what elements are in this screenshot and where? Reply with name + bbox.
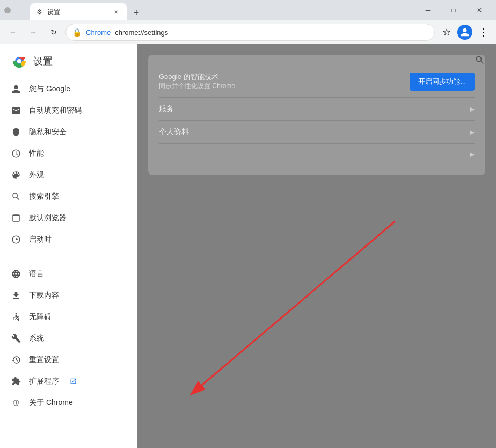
sync-text-line2: 同步并个性化设置 Chrome [159, 82, 410, 91]
titlebar-controls-left [4, 7, 26, 13]
sidebar-item-downloads[interactable]: 下载内容 [0, 285, 133, 306]
sync-description: Google 的智能技术 同步并个性化设置 Chrome [159, 72, 410, 91]
sidebar-item-search[interactable]: 搜索引擎 [0, 186, 133, 207]
svg-line-9 [202, 221, 395, 385]
svg-point-4 [16, 313, 17, 315]
sidebar-item-performance-label: 性能 [29, 149, 44, 158]
sidebar-header: 设置 [0, 44, 137, 76]
navbar-right: ☆ ⋮ [438, 24, 492, 41]
address-bar[interactable]: 🔒 Chrome chrome://settings [65, 24, 435, 41]
chrome-logo [11, 53, 28, 70]
sidebar-item-about-label: 关于 Chrome [29, 398, 73, 408]
navbar: ← → ↻ 🔒 Chrome chrome://settings ☆ ⋮ [0, 20, 496, 44]
sidebar-item-extensions-label: 扩展程序 [29, 377, 59, 386]
svg-point-6 [16, 401, 17, 402]
bookmark-button[interactable]: ☆ [438, 24, 455, 41]
sidebar-item-privacy-label: 隐私和安全 [29, 127, 67, 137]
sidebar-item-startup[interactable]: 启动时 [0, 229, 133, 250]
download-icon [11, 290, 21, 301]
main-layout: 设置 您与 Google 自动填充和密码 [0, 44, 496, 448]
close-button[interactable]: ✕ [467, 2, 492, 19]
sync-text-line1: Google 的智能技术 [159, 72, 410, 82]
address-bar-favicon: 🔒 [72, 28, 82, 37]
sidebar-item-performance[interactable]: 性能 [0, 143, 133, 164]
maximize-button[interactable]: □ [441, 2, 466, 19]
about-icon [11, 398, 21, 408]
sidebar: 设置 您与 Google 自动填充和密码 [0, 44, 137, 448]
back-button[interactable]: ← [4, 24, 21, 41]
sync-button[interactable]: 开启同步功能... [410, 73, 475, 91]
minimize-button[interactable]: ─ [415, 2, 440, 19]
tab-group: ⚙ 设置 ✕ + [30, 0, 144, 20]
sidebar-item-accessibility-label: 无障碍 [29, 312, 52, 322]
sidebar-item-privacy[interactable]: 隐私和安全 [0, 121, 133, 143]
profile-row[interactable]: 个人资料 ▶ [159, 121, 475, 144]
sidebar-item-google-label: 您与 Google [29, 84, 70, 94]
sidebar-item-reset-label: 重置设置 [29, 355, 59, 365]
performance-icon [11, 148, 21, 159]
accessibility-icon [11, 312, 21, 322]
sidebar-item-appearance-label: 外观 [29, 170, 44, 180]
sidebar-item-browser[interactable]: 默认浏览器 [0, 207, 133, 229]
new-tab-button[interactable]: + [129, 5, 144, 20]
window-controls: ─ □ ✕ [415, 2, 492, 19]
sync-row: Google 的智能技术 同步并个性化设置 Chrome 开启同步功能... [159, 66, 475, 98]
person-icon [11, 84, 21, 95]
shield-icon [11, 127, 21, 138]
external-link-icon [70, 378, 77, 386]
address-chrome-label: Chrome [86, 28, 111, 37]
sidebar-item-system-label: 系统 [29, 334, 44, 343]
profile-arrow: ▶ [470, 128, 475, 136]
extensions-icon [11, 376, 21, 387]
language-icon [11, 269, 21, 279]
refresh-button[interactable]: ↻ [45, 24, 62, 41]
sidebar-navigation: 您与 Google 自动填充和密码 隐私和安全 [0, 76, 137, 416]
services-row[interactable]: 服务 ▶ [159, 98, 475, 121]
titlebar: ⚙ 设置 ✕ + ─ □ ✕ [0, 0, 496, 20]
sidebar-item-startup-label: 启动时 [29, 235, 52, 244]
search-icon [11, 191, 21, 202]
sidebar-item-search-label: 搜索引擎 [29, 192, 59, 201]
svg-point-3 [17, 59, 21, 63]
sidebar-item-downloads-label: 下载内容 [29, 291, 59, 300]
traffic-light-1 [4, 7, 11, 13]
sidebar-item-accessibility[interactable]: 无障碍 [0, 306, 133, 328]
extra-arrow: ▶ [470, 150, 475, 158]
autofill-icon [11, 105, 21, 116]
forward-button[interactable]: → [25, 24, 42, 41]
content-search-button[interactable] [471, 52, 488, 69]
sidebar-item-autofill[interactable]: 自动填充和密码 [0, 100, 133, 121]
services-label: 服务 [159, 104, 470, 114]
settings-card: Google 的智能技术 同步并个性化设置 Chrome 开启同步功能... 服… [148, 55, 485, 175]
search-icon [475, 55, 485, 66]
system-icon [11, 333, 21, 344]
sidebar-item-autofill-label: 自动填充和密码 [29, 106, 82, 115]
startup-icon [11, 234, 21, 245]
sidebar-item-about[interactable]: 关于 Chrome [0, 392, 133, 414]
nav-divider [0, 254, 137, 260]
extra-row[interactable]: ▶ [159, 144, 475, 164]
sidebar-item-appearance[interactable]: 外观 [0, 164, 133, 186]
reset-icon [11, 355, 21, 365]
address-url: chrome://settings [115, 28, 168, 37]
sidebar-item-system[interactable]: 系统 [0, 328, 133, 349]
content-area: Google 的智能技术 同步并个性化设置 Chrome 开启同步功能... 服… [137, 44, 496, 448]
sidebar-item-extensions[interactable]: 扩展程序 [0, 371, 133, 392]
sidebar-item-language-label: 语言 [29, 269, 44, 279]
profile-label: 个人资料 [159, 127, 470, 137]
svg-rect-7 [16, 402, 17, 405]
browser-icon [11, 213, 21, 223]
menu-button[interactable]: ⋮ [475, 24, 492, 41]
sidebar-item-browser-label: 默认浏览器 [29, 213, 67, 223]
profile-button[interactable] [457, 25, 472, 40]
appearance-icon [11, 170, 21, 180]
sidebar-item-language[interactable]: 语言 [0, 263, 133, 285]
sidebar-item-google[interactable]: 您与 Google [0, 78, 133, 100]
titlebar-left [4, 7, 28, 13]
services-arrow: ▶ [470, 105, 475, 113]
profile-icon [460, 27, 470, 37]
active-tab[interactable]: ⚙ 设置 ✕ [30, 3, 127, 20]
sidebar-item-reset[interactable]: 重置设置 [0, 349, 133, 371]
tab-close-button[interactable]: ✕ [112, 8, 120, 16]
tab-favicon: ⚙ [37, 8, 44, 16]
